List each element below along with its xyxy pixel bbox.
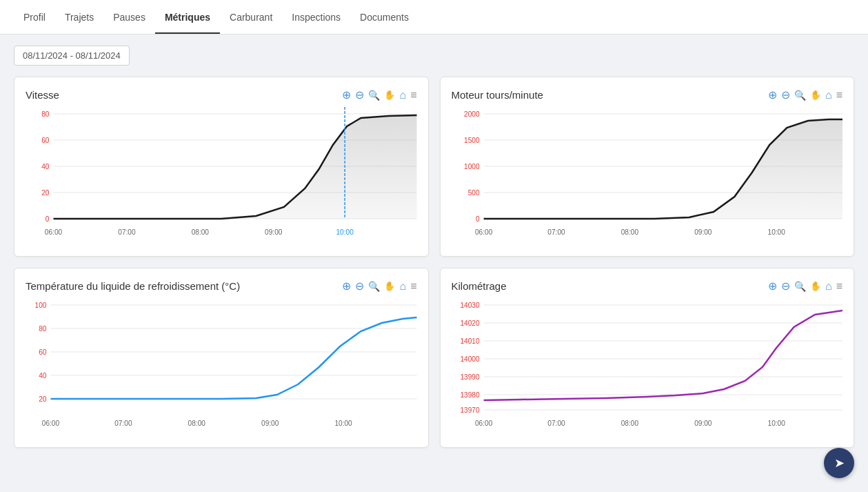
nav-item-inspections[interactable]: Inspections: [282, 0, 350, 34]
svg-text:500: 500: [467, 189, 479, 197]
svg-text:07:00: 07:00: [118, 228, 136, 236]
chart-temperature-area: 20 40 60 80 100 06:00 07:00 08:00 09:00 …: [26, 298, 417, 436]
svg-text:14000: 14000: [460, 355, 480, 363]
svg-text:20: 20: [41, 189, 50, 197]
hand-icon[interactable]: ✋: [384, 90, 395, 100]
svg-text:10:00: 10:00: [334, 420, 352, 427]
zoom-out-icon[interactable]: ⊖: [355, 88, 364, 101]
chart-temperature-title: Température du liquide de refroidissemen…: [26, 280, 240, 292]
svg-text:07:00: 07:00: [547, 420, 565, 427]
svg-text:10:00: 10:00: [767, 420, 785, 427]
chart-vitesse-controls: ⊕ ⊖ 🔍 ✋ ⌂ ≡: [342, 88, 416, 101]
nav-bar: Profil Trajets Pauses Métriques Carburan…: [0, 0, 868, 35]
chart-temperature-controls: ⊕ ⊖ 🔍 ✋ ⌂ ≡: [342, 279, 416, 293]
hand-icon[interactable]: ✋: [810, 281, 821, 291]
svg-text:08:00: 08:00: [620, 228, 638, 236]
svg-text:06:00: 06:00: [42, 420, 60, 427]
svg-text:09:00: 09:00: [694, 420, 712, 427]
svg-text:13990: 13990: [460, 373, 480, 381]
chart-vitesse: Vitesse ⊕ ⊖ 🔍 ✋ ⌂ ≡: [14, 77, 429, 257]
svg-text:14010: 14010: [460, 337, 480, 345]
svg-text:06:00: 06:00: [474, 228, 492, 236]
charts-grid: Vitesse ⊕ ⊖ 🔍 ✋ ⌂ ≡: [14, 77, 854, 448]
svg-text:13980: 13980: [460, 391, 480, 399]
chart-kilometrage-controls: ⊕ ⊖ 🔍 ✋ ⌂ ≡: [768, 279, 842, 293]
svg-text:10:00: 10:00: [336, 228, 354, 236]
home-icon[interactable]: ⌂: [825, 280, 832, 293]
chart-temperature-header: Température du liquide de refroidissemen…: [26, 279, 417, 293]
chart-kilometrage-title: Kilométrage: [452, 280, 507, 292]
home-icon[interactable]: ⌂: [825, 89, 832, 101]
svg-text:60: 60: [39, 348, 47, 356]
main-content: 08/11/2024 - 08/11/2024 Vitesse ⊕ ⊖ 🔍 ✋ …: [0, 35, 868, 459]
hand-icon[interactable]: ✋: [810, 90, 821, 100]
nav-item-carburant[interactable]: Carburant: [220, 0, 282, 34]
zoom-in-icon[interactable]: ⊕: [342, 88, 351, 101]
home-icon[interactable]: ⌂: [399, 89, 406, 101]
svg-text:0: 0: [475, 215, 479, 223]
chart-kilometrage-area: 13970 13980 13990 14000 14010 14020 1403…: [452, 298, 843, 436]
chart-vitesse-header: Vitesse ⊕ ⊖ 🔍 ✋ ⌂ ≡: [26, 88, 417, 101]
svg-text:40: 40: [41, 163, 50, 170]
chart-moteur: Moteur tours/minute ⊕ ⊖ 🔍 ✋ ⌂ ≡: [440, 77, 855, 257]
svg-text:1000: 1000: [464, 163, 480, 170]
svg-text:07:00: 07:00: [114, 420, 132, 427]
svg-text:60: 60: [41, 137, 50, 144]
svg-text:10:00: 10:00: [767, 228, 785, 236]
magnify-icon[interactable]: 🔍: [368, 90, 380, 101]
chart-moteur-controls: ⊕ ⊖ 🔍 ✋ ⌂ ≡: [768, 88, 842, 101]
chart-temperature: Température du liquide de refroidissemen…: [14, 268, 429, 448]
svg-text:06:00: 06:00: [474, 420, 492, 427]
fab-icon: ➤: [834, 455, 845, 459]
svg-text:100: 100: [35, 302, 47, 309]
nav-item-metriques[interactable]: Métriques: [155, 0, 220, 34]
svg-text:1500: 1500: [464, 137, 480, 144]
svg-text:14020: 14020: [460, 319, 480, 327]
svg-text:40: 40: [39, 372, 47, 380]
svg-text:13970: 13970: [460, 406, 480, 414]
zoom-out-icon[interactable]: ⊖: [355, 279, 364, 293]
chart-moteur-header: Moteur tours/minute ⊕ ⊖ 🔍 ✋ ⌂ ≡: [452, 88, 843, 101]
menu-icon[interactable]: ≡: [836, 89, 842, 101]
nav-item-documents[interactable]: Documents: [350, 0, 418, 34]
svg-text:08:00: 08:00: [192, 228, 210, 236]
svg-text:09:00: 09:00: [265, 228, 283, 236]
nav-item-profil[interactable]: Profil: [14, 0, 55, 34]
chart-moteur-title: Moteur tours/minute: [452, 89, 543, 101]
chart-moteur-area: 0 500 1000 1500 2000 06:00: [452, 107, 843, 245]
svg-text:14030: 14030: [460, 302, 480, 309]
chart-vitesse-area: 0 20 40 60 80: [26, 107, 417, 245]
chart-kilometrage-header: Kilométrage ⊕ ⊖ 🔍 ✋ ⌂ ≡: [452, 279, 843, 293]
menu-icon[interactable]: ≡: [410, 89, 416, 101]
chart-vitesse-title: Vitesse: [26, 89, 59, 101]
nav-item-pauses[interactable]: Pauses: [103, 0, 155, 34]
zoom-in-icon[interactable]: ⊕: [342, 279, 351, 293]
menu-icon[interactable]: ≡: [410, 280, 416, 293]
svg-text:0: 0: [46, 215, 50, 223]
home-icon[interactable]: ⌂: [399, 280, 406, 293]
chart-kilometrage: Kilométrage ⊕ ⊖ 🔍 ✋ ⌂ ≡: [440, 268, 855, 448]
svg-text:08:00: 08:00: [620, 420, 638, 427]
zoom-in-icon[interactable]: ⊕: [768, 88, 777, 101]
hand-icon[interactable]: ✋: [384, 281, 395, 291]
svg-text:20: 20: [39, 395, 47, 403]
zoom-out-icon[interactable]: ⊖: [781, 279, 790, 293]
zoom-in-icon[interactable]: ⊕: [768, 279, 777, 293]
nav-item-trajets[interactable]: Trajets: [55, 0, 103, 34]
svg-text:80: 80: [39, 325, 47, 333]
magnify-icon[interactable]: 🔍: [794, 281, 806, 292]
svg-text:80: 80: [41, 110, 50, 118]
date-range-badge[interactable]: 08/11/2024 - 08/11/2024: [14, 46, 130, 66]
magnify-icon[interactable]: 🔍: [368, 281, 380, 292]
magnify-icon[interactable]: 🔍: [794, 90, 806, 101]
svg-text:08:00: 08:00: [188, 420, 206, 427]
zoom-out-icon[interactable]: ⊖: [781, 88, 790, 101]
svg-text:09:00: 09:00: [261, 420, 279, 427]
svg-text:09:00: 09:00: [694, 228, 712, 236]
svg-text:2000: 2000: [464, 110, 480, 118]
menu-icon[interactable]: ≡: [836, 280, 842, 293]
svg-text:07:00: 07:00: [547, 228, 565, 236]
svg-text:06:00: 06:00: [45, 228, 63, 236]
